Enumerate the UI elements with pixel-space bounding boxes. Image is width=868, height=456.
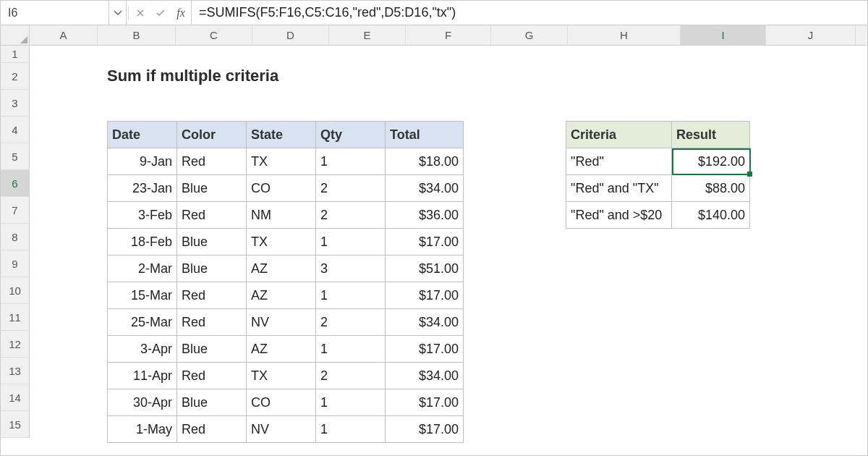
cell[interactable]: 2 — [316, 175, 386, 202]
cell[interactable]: CO — [247, 175, 316, 202]
cell[interactable]: Blue — [177, 256, 247, 282]
col-header-C[interactable]: C — [176, 25, 252, 45]
cell[interactable]: $140.00 — [672, 202, 750, 229]
cell[interactable]: Red — [177, 148, 247, 175]
cell[interactable]: 1-May — [108, 416, 177, 443]
cell[interactable]: Red — [177, 363, 247, 389]
col-header-G[interactable]: G — [491, 25, 568, 45]
cell[interactable]: 1 — [316, 389, 386, 416]
cell[interactable]: NV — [247, 416, 316, 443]
cell[interactable]: "Red" — [566, 148, 672, 175]
cell[interactable]: AZ — [247, 256, 316, 282]
cell[interactable]: $34.00 — [386, 175, 464, 202]
formula-input[interactable]: =SUMIFS(F5:F16,C5:C16,"red",D5:D16,"tx") — [191, 1, 867, 25]
cell[interactable]: 1 — [316, 148, 386, 175]
cell[interactable]: 3-Feb — [108, 202, 177, 229]
cell[interactable]: TX — [247, 229, 316, 256]
row-header-7[interactable]: 7 — [1, 197, 30, 224]
hdr-total[interactable]: Total — [386, 122, 464, 148]
row-header-14[interactable]: 14 — [1, 384, 30, 411]
cell[interactable]: Blue — [177, 336, 247, 363]
hdr-result[interactable]: Result — [672, 122, 750, 148]
hdr-date[interactable]: Date — [108, 122, 177, 148]
cell[interactable]: 25-Mar — [108, 309, 177, 336]
confirm-formula-button[interactable] — [150, 1, 171, 25]
cell[interactable]: $34.00 — [386, 309, 464, 336]
row-header-3[interactable]: 3 — [1, 90, 30, 117]
hdr-state[interactable]: State — [247, 122, 316, 148]
col-header-H[interactable]: H — [568, 25, 681, 45]
cell[interactable]: 2 — [316, 202, 386, 229]
name-box[interactable]: I6 — [1, 1, 109, 25]
cell[interactable]: 2 — [316, 363, 386, 389]
cancel-formula-button[interactable] — [130, 1, 150, 25]
cell[interactable]: AZ — [247, 282, 316, 309]
cell[interactable]: CO — [247, 389, 316, 416]
cell[interactable]: 23-Jan — [108, 175, 177, 202]
row-header-4[interactable]: 4 — [1, 117, 30, 143]
cell[interactable]: $36.00 — [386, 202, 464, 229]
row-header-13[interactable]: 13 — [1, 358, 30, 384]
cell[interactable]: Blue — [177, 175, 247, 202]
insert-function-button[interactable]: fx — [171, 1, 191, 25]
row-header-10[interactable]: 10 — [1, 277, 30, 304]
row-header-11[interactable]: 11 — [1, 304, 30, 331]
row-header-12[interactable]: 12 — [1, 331, 30, 358]
cell[interactable]: 15-Mar — [108, 282, 177, 309]
cell[interactable]: $51.00 — [386, 256, 464, 282]
cell[interactable]: Red — [177, 309, 247, 336]
cell[interactable]: 1 — [316, 229, 386, 256]
cell[interactable]: TX — [247, 148, 316, 175]
col-header-E[interactable]: E — [329, 25, 406, 45]
cell[interactable]: Red — [177, 416, 247, 443]
cell[interactable]: 30-Apr — [108, 389, 177, 416]
cell[interactable]: $34.00 — [386, 363, 464, 389]
cell[interactable]: NM — [247, 202, 316, 229]
row-header-9[interactable]: 9 — [1, 250, 30, 277]
cell[interactable]: Red — [177, 202, 247, 229]
cell[interactable]: 2-Mar — [108, 256, 177, 282]
col-header-J[interactable]: J — [766, 25, 856, 45]
cell[interactable]: $17.00 — [386, 416, 464, 443]
row-header-6[interactable]: 6 — [1, 170, 30, 197]
hdr-criteria[interactable]: Criteria — [566, 122, 672, 148]
cell[interactable]: TX — [247, 363, 316, 389]
cell[interactable]: 1 — [316, 282, 386, 309]
cell[interactable]: 11-Apr — [108, 363, 177, 389]
select-all-corner[interactable] — [1, 25, 30, 45]
row-header-2[interactable]: 2 — [1, 63, 30, 90]
cell[interactable]: 2 — [316, 309, 386, 336]
cell[interactable]: NV — [247, 309, 316, 336]
hdr-color[interactable]: Color — [177, 122, 247, 148]
col-header-F[interactable]: F — [406, 25, 491, 45]
cell[interactable]: $17.00 — [386, 282, 464, 309]
row-header-15[interactable]: 15 — [1, 411, 30, 438]
cell[interactable]: "Red" and >$20 — [566, 202, 672, 229]
cell[interactable]: Blue — [177, 389, 247, 416]
cell[interactable]: 1 — [316, 416, 386, 443]
row-header-1[interactable]: 1 — [1, 46, 30, 63]
cell[interactable]: $192.00 — [672, 148, 750, 175]
hdr-qty[interactable]: Qty — [316, 122, 386, 148]
cell[interactable]: Blue — [177, 229, 247, 256]
cell[interactable]: $18.00 — [386, 148, 464, 175]
col-header-D[interactable]: D — [252, 25, 329, 45]
cell[interactable]: $17.00 — [386, 336, 464, 363]
cell[interactable]: 3-Apr — [108, 336, 177, 363]
cell[interactable]: AZ — [247, 336, 316, 363]
cell[interactable]: 9-Jan — [108, 148, 177, 175]
row-header-5[interactable]: 5 — [1, 143, 30, 170]
row-header-8[interactable]: 8 — [1, 224, 30, 250]
cell[interactable]: 18-Feb — [108, 229, 177, 256]
col-header-B[interactable]: B — [98, 25, 176, 45]
col-header-A[interactable]: A — [30, 25, 98, 45]
name-box-dropdown[interactable] — [109, 1, 127, 25]
col-header-I[interactable]: I — [681, 25, 766, 45]
cell[interactable]: 3 — [316, 256, 386, 282]
cell[interactable]: $17.00 — [386, 229, 464, 256]
cell[interactable]: Red — [177, 282, 247, 309]
cell-active[interactable]: $88.00 — [672, 175, 750, 202]
cell[interactable]: $17.00 — [386, 389, 464, 416]
cell[interactable]: 1 — [316, 336, 386, 363]
cell[interactable]: "Red" and "TX" — [566, 175, 672, 202]
